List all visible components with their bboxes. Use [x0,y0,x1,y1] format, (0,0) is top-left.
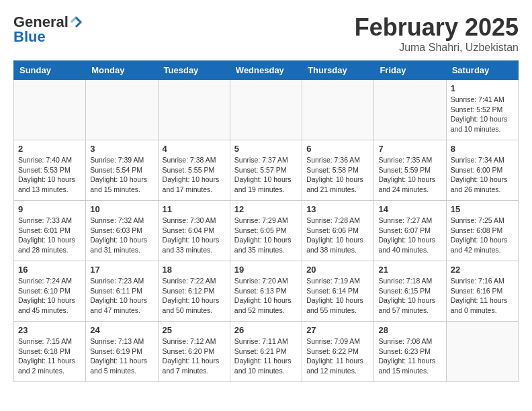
day-cell: 28Sunrise: 7:08 AM Sunset: 6:23 PM Dayli… [374,322,446,382]
day-info: Sunrise: 7:24 AM Sunset: 6:10 PM Dayligh… [18,276,81,316]
day-cell: 12Sunrise: 7:29 AM Sunset: 6:05 PM Dayli… [230,201,302,261]
title-block: February 2025 Juma Shahri, Uzbekistan [355,13,519,54]
page-header: General Blue February 2025 Juma Shahri, … [13,13,519,54]
day-info: Sunrise: 7:18 AM Sunset: 6:15 PM Dayligh… [378,276,441,316]
day-number: 10 [90,204,153,214]
week-row-2: 2Sunrise: 7:40 AM Sunset: 5:53 PM Daylig… [14,140,519,201]
day-info: Sunrise: 7:40 AM Sunset: 5:53 PM Dayligh… [18,155,81,195]
day-number: 18 [163,265,226,275]
day-info: Sunrise: 7:34 AM Sunset: 6:00 PM Dayligh… [451,155,514,195]
day-info: Sunrise: 7:32 AM Sunset: 6:03 PM Dayligh… [90,216,153,255]
day-cell [230,80,302,140]
day-cell: 18Sunrise: 7:22 AM Sunset: 6:12 PM Dayli… [158,261,230,322]
day-cell: 10Sunrise: 7:32 AM Sunset: 6:03 PM Dayli… [86,201,158,261]
day-info: Sunrise: 7:16 AM Sunset: 6:16 PM Dayligh… [451,276,514,316]
day-number: 5 [234,144,298,154]
day-cell: 20Sunrise: 7:19 AM Sunset: 6:14 PM Dayli… [302,261,374,322]
day-number: 24 [90,325,153,335]
day-number: 2 [18,144,81,154]
day-cell [14,80,86,140]
day-info: Sunrise: 7:15 AM Sunset: 6:18 PM Dayligh… [18,336,81,376]
day-cell: 3Sunrise: 7:39 AM Sunset: 5:54 PM Daylig… [86,140,158,201]
day-info: Sunrise: 7:20 AM Sunset: 6:13 PM Dayligh… [234,276,298,316]
calendar-subtitle: Juma Shahri, Uzbekistan [355,42,519,54]
day-info: Sunrise: 7:28 AM Sunset: 6:06 PM Dayligh… [306,216,369,255]
logo: General Blue [13,13,82,46]
day-number: 27 [306,325,369,335]
day-number: 22 [451,265,514,275]
day-info: Sunrise: 7:25 AM Sunset: 6:08 PM Dayligh… [451,216,514,255]
day-number: 15 [451,204,514,214]
weekday-header-monday: Monday [86,61,158,80]
week-row-5: 23Sunrise: 7:15 AM Sunset: 6:18 PM Dayli… [14,322,519,382]
day-cell: 14Sunrise: 7:27 AM Sunset: 6:07 PM Dayli… [374,201,446,261]
day-cell: 1Sunrise: 7:41 AM Sunset: 5:52 PM Daylig… [446,80,518,140]
day-cell: 23Sunrise: 7:15 AM Sunset: 6:18 PM Dayli… [14,322,86,382]
day-number: 6 [306,144,369,154]
weekday-header-row: SundayMondayTuesdayWednesdayThursdayFrid… [14,61,519,80]
day-cell [158,80,230,140]
day-info: Sunrise: 7:37 AM Sunset: 5:57 PM Dayligh… [234,155,298,195]
week-row-4: 16Sunrise: 7:24 AM Sunset: 6:10 PM Dayli… [14,261,519,322]
day-number: 16 [18,265,81,275]
day-number: 14 [378,204,441,214]
weekday-header-thursday: Thursday [302,61,374,80]
day-cell: 9Sunrise: 7:33 AM Sunset: 6:01 PM Daylig… [14,201,86,261]
day-cell [446,322,518,382]
day-number: 21 [378,265,441,275]
day-cell: 24Sunrise: 7:13 AM Sunset: 6:19 PM Dayli… [86,322,158,382]
day-cell [374,80,446,140]
weekday-header-tuesday: Tuesday [158,61,230,80]
day-number: 19 [234,265,298,275]
day-info: Sunrise: 7:36 AM Sunset: 5:58 PM Dayligh… [306,155,369,195]
day-cell: 17Sunrise: 7:23 AM Sunset: 6:11 PM Dayli… [86,261,158,322]
calendar-title: February 2025 [355,13,519,42]
day-info: Sunrise: 7:35 AM Sunset: 5:59 PM Dayligh… [378,155,441,195]
day-number: 26 [234,325,298,335]
day-cell: 11Sunrise: 7:30 AM Sunset: 6:04 PM Dayli… [158,201,230,261]
day-cell: 6Sunrise: 7:36 AM Sunset: 5:58 PM Daylig… [302,140,374,201]
day-info: Sunrise: 7:09 AM Sunset: 6:22 PM Dayligh… [306,336,369,376]
day-cell: 16Sunrise: 7:24 AM Sunset: 6:10 PM Dayli… [14,261,86,322]
day-info: Sunrise: 7:39 AM Sunset: 5:54 PM Dayligh… [90,155,153,195]
day-number: 28 [378,325,441,335]
day-cell: 2Sunrise: 7:40 AM Sunset: 5:53 PM Daylig… [14,140,86,201]
weekday-header-sunday: Sunday [14,61,86,80]
calendar-table: SundayMondayTuesdayWednesdayThursdayFrid… [13,60,519,382]
week-row-3: 9Sunrise: 7:33 AM Sunset: 6:01 PM Daylig… [14,201,519,261]
day-number: 7 [378,144,441,154]
day-cell: 5Sunrise: 7:37 AM Sunset: 5:57 PM Daylig… [230,140,302,201]
day-cell: 13Sunrise: 7:28 AM Sunset: 6:06 PM Dayli… [302,201,374,261]
day-info: Sunrise: 7:08 AM Sunset: 6:23 PM Dayligh… [378,336,441,376]
day-cell: 25Sunrise: 7:12 AM Sunset: 6:20 PM Dayli… [158,322,230,382]
day-cell [86,80,158,140]
day-number: 13 [306,204,369,214]
weekday-header-wednesday: Wednesday [230,61,302,80]
day-info: Sunrise: 7:27 AM Sunset: 6:07 PM Dayligh… [378,216,441,255]
day-info: Sunrise: 7:22 AM Sunset: 6:12 PM Dayligh… [163,276,226,316]
day-number: 23 [18,325,81,335]
logo-icon [70,16,82,28]
day-info: Sunrise: 7:11 AM Sunset: 6:21 PM Dayligh… [234,336,298,376]
day-cell: 21Sunrise: 7:18 AM Sunset: 6:15 PM Dayli… [374,261,446,322]
day-number: 11 [163,204,226,214]
day-info: Sunrise: 7:13 AM Sunset: 6:19 PM Dayligh… [90,336,153,376]
day-cell [302,80,374,140]
day-info: Sunrise: 7:33 AM Sunset: 6:01 PM Dayligh… [18,216,81,255]
day-cell: 4Sunrise: 7:38 AM Sunset: 5:55 PM Daylig… [158,140,230,201]
day-number: 12 [234,204,298,214]
day-cell: 26Sunrise: 7:11 AM Sunset: 6:21 PM Dayli… [230,322,302,382]
day-number: 3 [90,144,153,154]
weekday-header-friday: Friday [374,61,446,80]
day-cell: 15Sunrise: 7:25 AM Sunset: 6:08 PM Dayli… [446,201,518,261]
weekday-header-saturday: Saturday [446,61,518,80]
day-info: Sunrise: 7:23 AM Sunset: 6:11 PM Dayligh… [90,276,153,316]
day-number: 17 [90,265,153,275]
day-info: Sunrise: 7:29 AM Sunset: 6:05 PM Dayligh… [234,216,298,255]
day-cell: 8Sunrise: 7:34 AM Sunset: 6:00 PM Daylig… [446,140,518,201]
day-info: Sunrise: 7:38 AM Sunset: 5:55 PM Dayligh… [163,155,226,195]
day-cell: 27Sunrise: 7:09 AM Sunset: 6:22 PM Dayli… [302,322,374,382]
day-info: Sunrise: 7:30 AM Sunset: 6:04 PM Dayligh… [163,216,226,255]
day-info: Sunrise: 7:41 AM Sunset: 5:52 PM Dayligh… [451,95,514,134]
day-info: Sunrise: 7:19 AM Sunset: 6:14 PM Dayligh… [306,276,369,316]
